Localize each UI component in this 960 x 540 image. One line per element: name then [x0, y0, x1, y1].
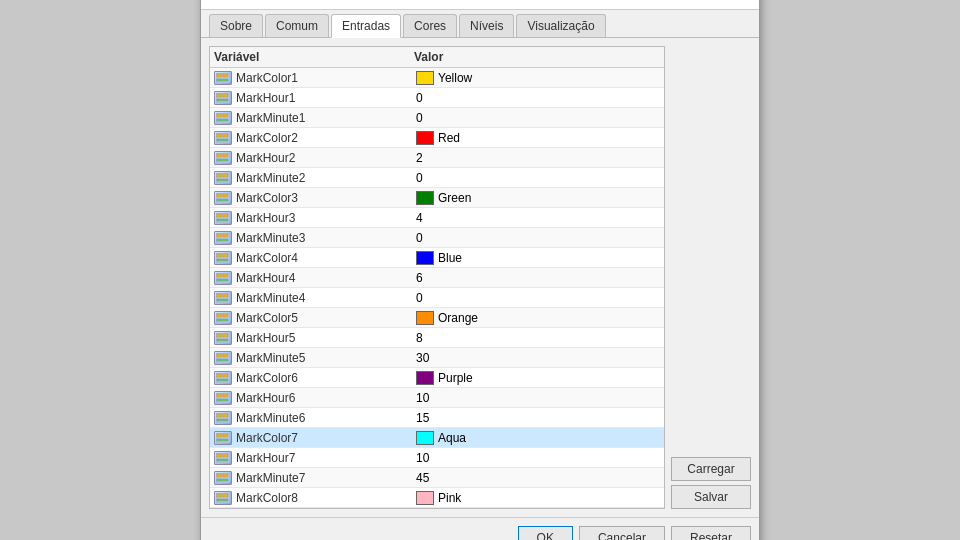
table-row[interactable]: MarkColor4Blue: [210, 248, 664, 268]
row-value-cell[interactable]: 30: [416, 351, 660, 365]
help-button[interactable]: ?: [713, 0, 726, 3]
title-bar: Custom Indicator - MarkTimeCandle ? ✕: [201, 0, 759, 10]
table-row[interactable]: MarkHour34: [210, 208, 664, 228]
svg-rect-31: [217, 219, 228, 221]
svg-rect-9: [217, 114, 222, 117]
svg-rect-67: [217, 399, 228, 401]
table-row[interactable]: MarkMinute10: [210, 108, 664, 128]
row-value-cell[interactable]: Green: [416, 191, 660, 205]
tab-sobre[interactable]: Sobre: [209, 14, 263, 37]
row-variable-name: MarkMinute4: [236, 291, 416, 305]
save-button[interactable]: Salvar: [671, 485, 751, 509]
color-swatch: [416, 71, 434, 85]
svg-rect-19: [217, 159, 228, 161]
numeric-value: 6: [416, 271, 423, 285]
table-row[interactable]: MarkHour58: [210, 328, 664, 348]
table-row[interactable]: MarkMinute745: [210, 468, 664, 488]
table-row[interactable]: MarkColor2Red: [210, 128, 664, 148]
row-value-cell[interactable]: 0: [416, 171, 660, 185]
table-row[interactable]: MarkColor1Yellow: [210, 68, 664, 88]
svg-rect-37: [217, 254, 222, 257]
table-row[interactable]: MarkMinute20: [210, 168, 664, 188]
color-name: Blue: [438, 251, 462, 265]
row-value-cell[interactable]: Red: [416, 131, 660, 145]
color-name: Pink: [438, 491, 461, 505]
table-row[interactable]: MarkColor8Pink: [210, 488, 664, 508]
row-icon: [214, 111, 232, 125]
svg-rect-6: [223, 94, 228, 97]
svg-rect-79: [217, 459, 228, 461]
numeric-value: 0: [416, 231, 423, 245]
tab-visualizacao[interactable]: Visualização: [516, 14, 605, 37]
svg-rect-61: [217, 374, 222, 377]
row-value-cell[interactable]: Yellow: [416, 71, 660, 85]
svg-rect-53: [217, 334, 222, 337]
table-row[interactable]: MarkMinute40: [210, 288, 664, 308]
row-icon: [214, 431, 232, 445]
table-row[interactable]: MarkHour10: [210, 88, 664, 108]
row-variable-name: MarkHour6: [236, 391, 416, 405]
table-row[interactable]: MarkColor5Orange: [210, 308, 664, 328]
row-value-cell[interactable]: 0: [416, 91, 660, 105]
tab-comum[interactable]: Comum: [265, 14, 329, 37]
svg-rect-47: [217, 299, 228, 301]
table-row[interactable]: MarkMinute530: [210, 348, 664, 368]
table-body[interactable]: MarkColor1YellowMarkHour10MarkMinute10Ma…: [210, 68, 664, 508]
svg-rect-62: [223, 374, 228, 377]
row-value-cell[interactable]: Aqua: [416, 431, 660, 445]
table-row[interactable]: MarkColor3Green: [210, 188, 664, 208]
table-row[interactable]: MarkMinute30: [210, 228, 664, 248]
svg-rect-51: [217, 319, 228, 321]
variables-table: Variável Valor MarkColor1YellowMarkHour1…: [209, 46, 665, 509]
color-swatch: [416, 491, 434, 505]
table-row[interactable]: MarkHour710: [210, 448, 664, 468]
tab-entradas[interactable]: Entradas: [331, 14, 401, 38]
table-row[interactable]: MarkColor7Aqua: [210, 428, 664, 448]
row-variable-name: MarkMinute1: [236, 111, 416, 125]
row-value-cell[interactable]: 45: [416, 471, 660, 485]
svg-rect-85: [217, 494, 222, 497]
row-value-cell[interactable]: 8: [416, 331, 660, 345]
reset-button[interactable]: Resetar: [671, 526, 751, 540]
row-icon: [214, 231, 232, 245]
svg-rect-21: [217, 174, 222, 177]
row-value-cell[interactable]: Orange: [416, 311, 660, 325]
tab-niveis[interactable]: Níveis: [459, 14, 514, 37]
table-row[interactable]: MarkHour46: [210, 268, 664, 288]
row-value-cell[interactable]: 2: [416, 151, 660, 165]
svg-rect-26: [223, 194, 228, 197]
table-row[interactable]: MarkMinute615: [210, 408, 664, 428]
row-value-cell[interactable]: Pink: [416, 491, 660, 505]
row-value-cell[interactable]: 0: [416, 291, 660, 305]
row-icon: [214, 131, 232, 145]
row-value-cell[interactable]: 10: [416, 391, 660, 405]
table-row[interactable]: MarkColor6Purple: [210, 368, 664, 388]
row-value-cell[interactable]: 0: [416, 111, 660, 125]
cancel-button[interactable]: Cancelar: [579, 526, 665, 540]
row-variable-name: MarkHour2: [236, 151, 416, 165]
tab-cores[interactable]: Cores: [403, 14, 457, 37]
ok-button[interactable]: OK: [518, 526, 573, 540]
row-icon: [214, 171, 232, 185]
row-value-cell[interactable]: 10: [416, 451, 660, 465]
svg-rect-63: [217, 379, 228, 381]
table-row[interactable]: MarkHour610: [210, 388, 664, 408]
row-variable-name: MarkMinute6: [236, 411, 416, 425]
row-value-cell[interactable]: 6: [416, 271, 660, 285]
load-button[interactable]: Carregar: [671, 457, 751, 481]
svg-rect-5: [217, 94, 222, 97]
row-value-cell[interactable]: 0: [416, 231, 660, 245]
svg-rect-27: [217, 199, 228, 201]
row-value-cell[interactable]: 15: [416, 411, 660, 425]
row-icon: [214, 71, 232, 85]
row-value-cell[interactable]: Blue: [416, 251, 660, 265]
row-variable-name: MarkMinute5: [236, 351, 416, 365]
row-value-cell[interactable]: 4: [416, 211, 660, 225]
row-variable-name: MarkColor6: [236, 371, 416, 385]
svg-rect-25: [217, 194, 222, 197]
svg-rect-58: [223, 354, 228, 357]
svg-rect-71: [217, 419, 228, 421]
row-value-cell[interactable]: Purple: [416, 371, 660, 385]
table-row[interactable]: MarkHour22: [210, 148, 664, 168]
close-button[interactable]: ✕: [734, 0, 751, 3]
